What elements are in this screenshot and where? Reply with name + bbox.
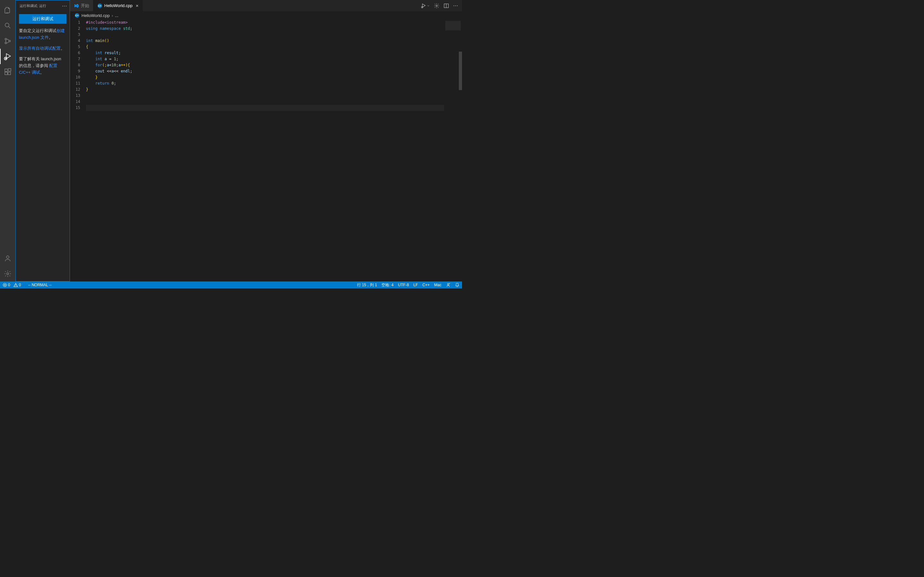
extensions-icon[interactable] bbox=[0, 64, 15, 79]
sidebar-more-icon[interactable]: ⋯ bbox=[62, 3, 67, 9]
sidebar-hint-1: 要自定义运行和调试创建 launch.json 文件。 bbox=[19, 27, 66, 41]
sidebar-hint-3: 要了解有关 launch.json 的信息，请参阅 配置 C/C++ 调试。 bbox=[19, 56, 66, 76]
svg-point-3 bbox=[9, 40, 11, 42]
status-os[interactable]: Mac bbox=[434, 283, 441, 287]
status-errors[interactable]: 0 bbox=[3, 283, 10, 287]
svg-rect-5 bbox=[5, 69, 7, 71]
code-content[interactable]: #include<iostream> using namespace std; … bbox=[86, 19, 444, 282]
status-line-col[interactable]: 行 15，列 1 bbox=[357, 282, 377, 288]
breadcrumb-rest: ... bbox=[115, 13, 118, 18]
scrollbar-thumb[interactable] bbox=[459, 52, 462, 90]
show-auto-debug-link[interactable]: 显示所有自动调试配置 bbox=[19, 46, 61, 51]
sidebar-hint-2: 显示所有自动调试配置。 bbox=[19, 45, 66, 52]
feedback-icon[interactable] bbox=[446, 283, 451, 287]
split-editor-icon[interactable] bbox=[443, 3, 449, 9]
account-icon[interactable] bbox=[0, 251, 15, 266]
sidebar-run-debug: 运行和调试: 运行 ⋯ 运行和调试 要自定义运行和调试创建 launch.jso… bbox=[15, 0, 70, 282]
editor-settings-icon[interactable] bbox=[434, 3, 439, 9]
source-control-icon[interactable] bbox=[0, 33, 15, 49]
sidebar-header: 运行和调试: 运行 ⋯ bbox=[16, 0, 69, 11]
line-number-gutter: 123456789101112131415 bbox=[70, 19, 86, 282]
explorer-icon[interactable] bbox=[0, 3, 15, 18]
svg-point-10 bbox=[7, 273, 9, 275]
status-language[interactable]: C++ bbox=[423, 283, 430, 287]
close-icon[interactable]: × bbox=[136, 3, 139, 8]
svg-rect-7 bbox=[8, 72, 11, 75]
sidebar-title: 运行和调试: 运行 bbox=[19, 3, 46, 8]
svg-point-2 bbox=[5, 42, 7, 44]
breadcrumb-file: HelloWorld.cpp bbox=[81, 13, 110, 18]
status-bar: 0 0 -- NORMAL -- 行 15，列 1 空格: 4 UTF-8 LF… bbox=[0, 282, 462, 288]
svg-point-14 bbox=[436, 5, 438, 6]
tab-welcome-label: 开始 bbox=[81, 3, 89, 9]
status-vim-mode: -- NORMAL -- bbox=[28, 283, 52, 287]
svg-text:C+: C+ bbox=[75, 14, 79, 17]
status-spaces[interactable]: 空格: 4 bbox=[381, 282, 393, 288]
editor-zone: 开始 C+ HelloWorld.cpp × ⋯ bbox=[70, 0, 462, 282]
tab-helloworld[interactable]: C+ HelloWorld.cpp × bbox=[94, 0, 143, 11]
activity-bar bbox=[0, 0, 15, 282]
svg-point-9 bbox=[6, 256, 9, 258]
status-warnings[interactable]: 0 bbox=[13, 283, 21, 287]
tab-helloworld-label: HelloWorld.cpp bbox=[104, 3, 132, 8]
svg-text:C+: C+ bbox=[98, 5, 102, 7]
run-debug-icon[interactable] bbox=[0, 49, 15, 64]
run-and-debug-button[interactable]: 运行和调试 bbox=[19, 14, 66, 24]
editor-more-icon[interactable]: ⋯ bbox=[453, 3, 458, 9]
svg-rect-6 bbox=[5, 72, 7, 75]
svg-point-19 bbox=[447, 284, 449, 285]
breadcrumb[interactable]: C+ HelloWorld.cpp › ... bbox=[70, 11, 462, 19]
settings-gear-icon[interactable] bbox=[0, 266, 15, 282]
minimap[interactable] bbox=[444, 19, 462, 282]
status-encoding[interactable]: UTF-8 bbox=[398, 283, 409, 287]
notifications-icon[interactable] bbox=[455, 283, 459, 287]
tab-welcome[interactable]: 开始 bbox=[70, 0, 94, 11]
code-editor[interactable]: 123456789101112131415 #include<iostream>… bbox=[70, 19, 462, 282]
svg-point-0 bbox=[5, 23, 9, 27]
search-icon[interactable] bbox=[0, 18, 15, 33]
svg-point-1 bbox=[5, 39, 7, 40]
status-eol[interactable]: LF bbox=[414, 283, 418, 287]
run-config-icon[interactable] bbox=[421, 3, 430, 9]
svg-rect-8 bbox=[8, 69, 11, 71]
chevron-right-icon: › bbox=[111, 13, 113, 18]
editor-tabs: 开始 C+ HelloWorld.cpp × ⋯ bbox=[70, 0, 462, 11]
